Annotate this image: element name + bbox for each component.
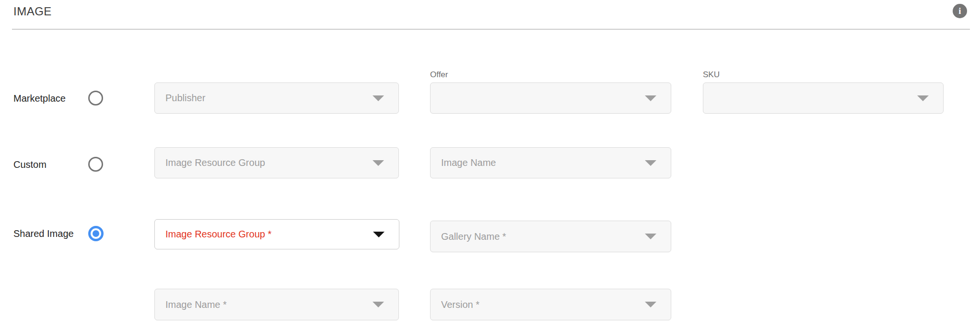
header-divider	[12, 29, 970, 30]
chevron-down-icon[interactable]	[373, 232, 385, 237]
shared-image-label: Shared Image	[13, 228, 74, 239]
shared-image-radio[interactable]	[88, 226, 104, 241]
offer-dropdown[interactable]	[430, 82, 671, 114]
custom-label: Custom	[13, 159, 47, 170]
info-icon[interactable]: i	[953, 4, 967, 18]
chevron-down-icon[interactable]	[645, 302, 656, 307]
custom-radio[interactable]	[88, 157, 103, 172]
section-title: IMAGE	[13, 5, 52, 18]
version-dropdown[interactable]: Version *	[430, 289, 671, 320]
custom-image-resource-group-dropdown[interactable]: Image Resource Group	[154, 147, 399, 178]
chevron-down-icon[interactable]	[645, 234, 656, 239]
chevron-down-icon[interactable]	[645, 160, 656, 166]
version-placeholder: Version *	[441, 299, 479, 310]
chevron-down-icon[interactable]	[645, 95, 656, 101]
info-icon-glyph: i	[958, 6, 961, 16]
custom-image-name-dropdown[interactable]: Image Name	[430, 147, 671, 178]
shared-image-resource-group-placeholder: Image Resource Group *	[165, 229, 271, 240]
chevron-down-icon[interactable]	[917, 95, 929, 101]
chevron-down-icon[interactable]	[373, 95, 384, 101]
custom-image-name-placeholder: Image Name	[441, 157, 496, 168]
chevron-down-icon[interactable]	[373, 160, 384, 166]
custom-image-resource-group-placeholder: Image Resource Group	[165, 157, 265, 168]
publisher-dropdown[interactable]: Publisher	[154, 82, 399, 114]
gallery-name-placeholder: Gallery Name *	[441, 231, 506, 242]
sku-dropdown[interactable]	[703, 82, 944, 114]
shared-image-name-placeholder: Image Name *	[165, 299, 227, 310]
shared-image-name-dropdown[interactable]: Image Name *	[154, 289, 399, 320]
marketplace-radio[interactable]	[88, 91, 103, 106]
shared-image-resource-group-dropdown[interactable]: Image Resource Group *	[154, 219, 399, 249]
chevron-down-icon[interactable]	[373, 302, 384, 307]
radio-dot	[93, 230, 99, 237]
publisher-placeholder: Publisher	[165, 93, 205, 104]
gallery-name-dropdown[interactable]: Gallery Name *	[430, 221, 671, 252]
marketplace-label: Marketplace	[13, 93, 66, 104]
sku-label: SKU	[703, 70, 720, 80]
offer-label: Offer	[430, 70, 448, 80]
